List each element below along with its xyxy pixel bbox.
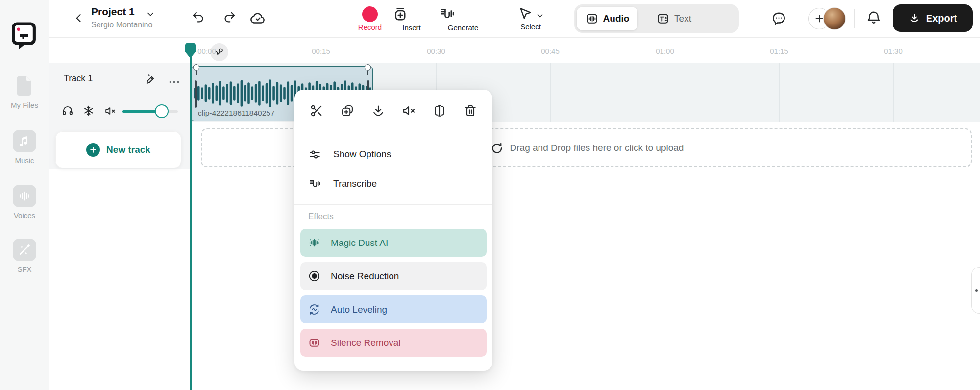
clip-trim-handle-left[interactable] bbox=[195, 80, 197, 108]
divider bbox=[500, 9, 500, 28]
download-icon bbox=[908, 12, 920, 24]
sliders-icon bbox=[308, 148, 321, 161]
gridline bbox=[665, 63, 665, 122]
project-menu-chevron-down-icon[interactable] bbox=[145, 9, 156, 20]
menu-item-label: Show Options bbox=[333, 149, 391, 160]
back-button[interactable] bbox=[73, 12, 85, 24]
chevron-down-icon bbox=[535, 11, 545, 21]
cloud-sync-status-icon[interactable] bbox=[250, 10, 266, 26]
sidebar-item-my-files[interactable]: My Files bbox=[0, 74, 49, 109]
effect-label: Noise Reduction bbox=[331, 271, 399, 282]
chat-feedback-button[interactable] bbox=[771, 10, 787, 26]
effect-noise-reduction[interactable]: Noise Reduction bbox=[300, 262, 487, 290]
record-button[interactable]: Record bbox=[350, 0, 390, 38]
duplicate-button[interactable] bbox=[340, 103, 355, 118]
insert-button[interactable]: Insert bbox=[392, 0, 431, 38]
volume-slider[interactable] bbox=[122, 110, 178, 113]
sidebar-item-label: Voices bbox=[0, 211, 49, 219]
generate-button[interactable]: Generate bbox=[439, 0, 488, 38]
mute-speaker-icon bbox=[402, 104, 416, 118]
ruler-tick: 00:15 bbox=[312, 47, 330, 55]
sidebar-item-label: Music bbox=[0, 156, 49, 165]
playhead-line bbox=[190, 43, 192, 390]
export-button[interactable]: Export bbox=[893, 4, 973, 32]
notifications-bell-button[interactable] bbox=[866, 10, 882, 25]
menu-item-show-options[interactable]: Show Options bbox=[300, 140, 487, 169]
collapsed-side-panel-handle[interactable] bbox=[971, 267, 980, 314]
sidebar-item-label: SFX bbox=[0, 265, 49, 273]
mode-toggle: Audio Text bbox=[574, 4, 739, 33]
effect-silence-removal[interactable]: Silence Removal bbox=[300, 329, 487, 357]
duplicate-icon bbox=[341, 104, 354, 118]
clip-context-menu: Show Options Transcribe Effects Magic Du… bbox=[294, 90, 492, 371]
split-button[interactable] bbox=[432, 103, 447, 118]
clip-fade-out-handle[interactable] bbox=[365, 64, 371, 71]
menu-item-label: Transcribe bbox=[333, 178, 377, 189]
silence-removal-icon bbox=[308, 336, 321, 349]
undo-button[interactable] bbox=[191, 10, 206, 24]
tab-text[interactable]: Text bbox=[642, 4, 706, 33]
effect-label: Auto Leveling bbox=[331, 304, 387, 315]
plus-icon bbox=[86, 143, 100, 157]
file-icon bbox=[13, 74, 36, 97]
cut-button[interactable] bbox=[309, 103, 324, 118]
mute-clip-button[interactable] bbox=[401, 103, 416, 118]
tab-text-label: Text bbox=[674, 13, 691, 24]
divider bbox=[175, 9, 175, 28]
new-track-label: New track bbox=[106, 145, 150, 155]
download-icon bbox=[371, 104, 385, 118]
noise-reduction-icon bbox=[308, 269, 321, 283]
top-bar: Project 1 Sergio Montanino Record Insert bbox=[49, 0, 980, 38]
cursor-pointer-icon bbox=[516, 6, 545, 22]
sidebar-item-sfx[interactable]: SFX bbox=[0, 239, 49, 273]
project-owner: Sergio Montanino bbox=[91, 21, 152, 29]
divider bbox=[854, 9, 855, 28]
generate-label: Generate bbox=[439, 24, 488, 32]
clip-label: clip-422218611840257 bbox=[198, 109, 275, 118]
ruler-tick: 00:00 bbox=[197, 47, 216, 55]
export-label: Export bbox=[926, 13, 957, 24]
trash-icon bbox=[464, 104, 477, 118]
ruler-tick: 01:00 bbox=[656, 47, 674, 55]
dropzone-label: Drag and Drop files here or click to upl… bbox=[510, 143, 684, 153]
gridline bbox=[779, 63, 780, 122]
generate-icon bbox=[439, 6, 488, 23]
select-label: Select bbox=[509, 23, 553, 31]
volume-slider-knob[interactable] bbox=[155, 104, 169, 118]
split-icon bbox=[433, 104, 446, 118]
delete-button[interactable] bbox=[463, 103, 478, 118]
effect-label: Magic Dust AI bbox=[331, 238, 388, 248]
music-note-icon bbox=[13, 130, 36, 152]
gridline bbox=[893, 63, 894, 122]
transcribe-icon bbox=[308, 177, 321, 191]
sidebar-item-music[interactable]: Music bbox=[0, 130, 49, 165]
ruler-tick: 00:45 bbox=[541, 47, 560, 55]
enhance-pencil-icon[interactable] bbox=[143, 73, 156, 86]
ruler-tick: 01:15 bbox=[770, 47, 788, 55]
menu-item-transcribe[interactable]: Transcribe bbox=[300, 169, 487, 198]
effect-magic-dust-ai[interactable]: Magic Dust AI bbox=[300, 229, 487, 257]
effects-section-label: Effects bbox=[308, 212, 487, 223]
avatar[interactable] bbox=[823, 7, 846, 30]
menu-divider bbox=[294, 204, 492, 205]
ruler-tick: 00:30 bbox=[427, 47, 445, 55]
track-name: Track 1 bbox=[64, 73, 93, 84]
redo-button[interactable] bbox=[222, 10, 237, 24]
clip-fade-in-handle[interactable] bbox=[193, 64, 199, 71]
magic-wand-icon bbox=[13, 239, 36, 261]
effect-auto-leveling[interactable]: Auto Leveling bbox=[300, 295, 487, 323]
solo-headphones-button[interactable] bbox=[61, 104, 74, 117]
sidebar-item-voices[interactable]: Voices bbox=[0, 185, 49, 219]
insert-icon bbox=[392, 6, 431, 23]
track-more-options-button[interactable] bbox=[168, 75, 181, 89]
voice-waveform-icon bbox=[13, 185, 36, 207]
mute-speaker-button[interactable] bbox=[104, 105, 116, 117]
freeze-snowflake-button[interactable] bbox=[82, 104, 95, 117]
podcastle-logo[interactable] bbox=[10, 21, 38, 49]
tab-audio[interactable]: Audio bbox=[577, 7, 637, 30]
select-tool-button[interactable]: Select bbox=[509, 0, 553, 38]
download-button[interactable] bbox=[371, 103, 386, 118]
divider bbox=[798, 9, 798, 28]
sidebar-item-label: My Files bbox=[0, 101, 49, 109]
new-track-button[interactable]: New track bbox=[55, 131, 181, 168]
